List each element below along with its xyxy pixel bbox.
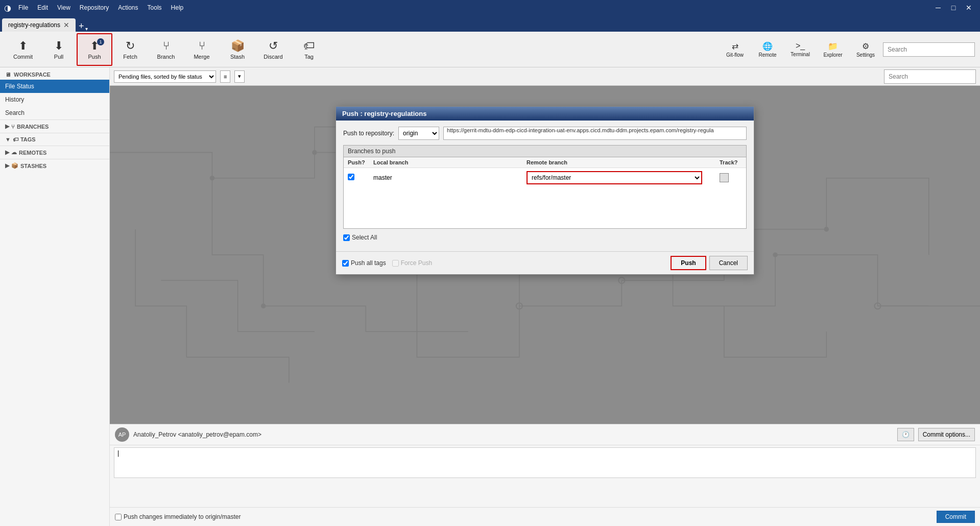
commit-message-input[interactable]: | bbox=[114, 447, 976, 478]
stashes-label: STASHES bbox=[20, 163, 46, 169]
repo-select[interactable]: origin bbox=[398, 127, 439, 140]
fetch-button[interactable]: ↻ Fetch bbox=[112, 33, 148, 66]
push-immediately-checkbox[interactable] bbox=[115, 514, 122, 520]
push-all-tags-checkbox[interactable] bbox=[342, 260, 349, 267]
menu-actions[interactable]: Actions bbox=[114, 3, 142, 12]
stash-button[interactable]: 📦 Stash bbox=[220, 33, 255, 66]
fetch-icon: ↻ bbox=[126, 39, 135, 53]
discard-button[interactable]: ↺ Discard bbox=[255, 33, 291, 66]
remotes-label: REMOTES bbox=[19, 150, 46, 156]
branches-table: Push? Local branch Remote branch Track? bbox=[344, 157, 746, 228]
content-search-input[interactable] bbox=[884, 69, 976, 84]
bg-pattern: Push : registry-regulations Push to repo… bbox=[110, 86, 980, 424]
remote-label: Remote bbox=[758, 52, 776, 58]
gitflow-icon: ⇄ bbox=[732, 41, 738, 51]
push-to-label: Push to repository: bbox=[343, 130, 394, 137]
fetch-label: Fetch bbox=[123, 54, 137, 60]
select-all-checkbox[interactable] bbox=[343, 234, 350, 241]
explorer-button[interactable]: 📁 Explorer bbox=[818, 33, 848, 66]
merge-icon: ⑂ bbox=[199, 39, 205, 53]
force-push-checkbox[interactable] bbox=[392, 260, 399, 267]
menu-tools[interactable]: Tools bbox=[144, 3, 166, 12]
commit-message-area: | bbox=[110, 445, 980, 507]
toolbar-right: ⇄ Git-flow 🌐 Remote >_ Terminal 📁 Explor… bbox=[720, 33, 975, 66]
push-button[interactable]: ⬆ 1 Push bbox=[77, 33, 112, 66]
sort-button[interactable]: ≡ bbox=[220, 70, 230, 83]
minimize-button[interactable]: ─ bbox=[931, 2, 945, 13]
file-filter-select[interactable]: Pending files, sorted by file status bbox=[114, 70, 216, 83]
force-push-text: Force Push bbox=[401, 259, 432, 267]
tab-close-button[interactable]: ✕ bbox=[63, 21, 69, 29]
discard-icon: ↺ bbox=[269, 39, 278, 53]
sidebar-section-branches[interactable]: ▶ ⑂ BRANCHES bbox=[0, 119, 109, 133]
merge-button[interactable]: ⑂ Merge bbox=[184, 33, 220, 66]
gitflow-button[interactable]: ⇄ Git-flow bbox=[720, 33, 750, 66]
branches-arrow: ▶ bbox=[5, 123, 9, 130]
push-immediately-text: Push changes immediately to origin/maste… bbox=[124, 513, 241, 520]
sidebar-section-stashes[interactable]: ▶ 📦 STASHES bbox=[0, 159, 109, 172]
branch-icon: ⑂ bbox=[163, 39, 170, 53]
commit-confirm-button[interactable]: Commit bbox=[937, 511, 975, 523]
maximize-button[interactable]: □ bbox=[946, 2, 961, 13]
toolbar: ⬆ Commit ⬇ Pull ⬆ 1 Push ↻ Fetch ⑂ Branc… bbox=[0, 32, 980, 67]
push-badge: 1 bbox=[97, 38, 104, 45]
tab-label: registry-regulations bbox=[8, 21, 60, 29]
cancel-button[interactable]: Cancel bbox=[709, 256, 748, 270]
menu-help[interactable]: Help bbox=[167, 3, 188, 12]
branch-label: Branch bbox=[157, 54, 175, 60]
sidebar-item-search[interactable]: Search bbox=[0, 106, 109, 119]
branch-row: master refs/for/master master refs/heads… bbox=[344, 168, 746, 188]
pull-button[interactable]: ⬇ Pull bbox=[41, 33, 77, 66]
modal-footer-right: Push Cancel bbox=[671, 256, 748, 270]
track-checkbox[interactable] bbox=[720, 173, 729, 182]
main-layout: 🖥 WORKSPACE File Status History Search ▶… bbox=[0, 67, 980, 526]
avatar: AP bbox=[115, 427, 129, 442]
sidebar-item-history[interactable]: History bbox=[0, 93, 109, 106]
history-icon-button[interactable]: 🕐 bbox=[897, 428, 914, 441]
terminal-icon: >_ bbox=[796, 41, 805, 51]
menu-repository[interactable]: Repository bbox=[76, 3, 113, 12]
branch-button[interactable]: ⑂ Branch bbox=[148, 33, 184, 66]
push-immediately-label[interactable]: Push changes immediately to origin/maste… bbox=[115, 513, 241, 520]
sidebar-item-file-status[interactable]: File Status bbox=[0, 80, 109, 93]
terminal-button[interactable]: >_ Terminal bbox=[785, 33, 816, 66]
discard-label: Discard bbox=[264, 54, 282, 60]
push-modal: Push : registry-regulations Push to repo… bbox=[336, 106, 754, 275]
tab-registry-regulations[interactable]: registry-regulations ✕ bbox=[2, 18, 76, 32]
tag-button[interactable]: 🏷 Tag bbox=[291, 33, 327, 66]
remotes-arrow: ▶ bbox=[5, 149, 9, 156]
force-push-label[interactable]: Force Push bbox=[392, 259, 432, 267]
push-repo-row: Push to repository: origin https://gerri… bbox=[343, 127, 747, 140]
new-tab-button[interactable]: + bbox=[79, 21, 84, 32]
col-remote-header: Remote branch bbox=[522, 157, 715, 168]
settings-label: Settings bbox=[856, 52, 875, 58]
tab-bar: registry-regulations ✕ + ▾ bbox=[0, 15, 980, 32]
remote-button[interactable]: 🌐 Remote bbox=[752, 33, 783, 66]
app-logo: ◑ bbox=[4, 3, 11, 13]
view-toggle-button[interactable]: ▾ bbox=[234, 70, 245, 83]
sidebar-section-remotes[interactable]: ▶ ☁ REMOTES bbox=[0, 146, 109, 159]
select-all-label[interactable]: Select All bbox=[343, 234, 747, 241]
push-all-tags-label[interactable]: Push all tags bbox=[342, 259, 386, 267]
pull-icon: ⬇ bbox=[54, 39, 63, 53]
menu-file[interactable]: File bbox=[14, 3, 32, 12]
commit-options-button[interactable]: Commit options... bbox=[918, 428, 975, 441]
commit-options-label: Commit options... bbox=[923, 431, 970, 438]
settings-button[interactable]: ⚙ Settings bbox=[850, 33, 881, 66]
close-button[interactable]: ✕ bbox=[962, 2, 976, 13]
remote-branch-select[interactable]: refs/for/master master refs/heads/master bbox=[527, 171, 702, 184]
repo-url-field: https://gerrit-mdtu-ddm-edp-cicd-integra… bbox=[443, 127, 747, 140]
menu-view[interactable]: View bbox=[53, 3, 75, 12]
commit-label: Commit bbox=[13, 54, 33, 60]
push-confirm-button[interactable]: Push bbox=[671, 256, 706, 270]
modal-footer: Push all tags Force Push Push Cancel bbox=[336, 251, 754, 274]
sidebar-section-tags[interactable]: ▼ 🏷 TAGS bbox=[0, 133, 109, 146]
title-bar-left: ◑ File Edit View Repository Actions Tool… bbox=[4, 3, 187, 13]
col-track-header: Track? bbox=[715, 157, 746, 168]
branch-push-checkbox[interactable] bbox=[348, 174, 354, 180]
menu-edit[interactable]: Edit bbox=[33, 3, 52, 12]
branch-push-checkbox-cell bbox=[344, 168, 369, 188]
commit-button[interactable]: ⬆ Commit bbox=[5, 33, 41, 66]
toolbar-search-input[interactable] bbox=[883, 42, 975, 57]
tab-dropdown-button[interactable]: ▾ bbox=[85, 26, 88, 32]
